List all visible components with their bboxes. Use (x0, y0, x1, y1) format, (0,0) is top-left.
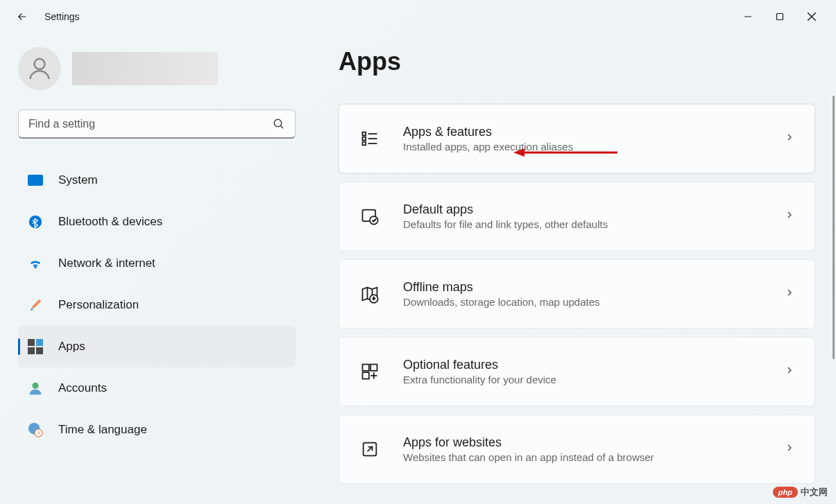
search-input[interactable] (28, 118, 273, 130)
paintbrush-icon (26, 296, 44, 314)
link-square-icon (359, 438, 381, 460)
sidebar-item-bluetooth[interactable]: Bluetooth & devices (18, 201, 296, 243)
svg-point-5 (274, 119, 282, 127)
nav-list: System Bluetooth & devices Network & int… (18, 159, 296, 451)
profile-section[interactable] (18, 47, 305, 90)
svg-rect-10 (36, 339, 43, 346)
svg-rect-17 (363, 137, 366, 141)
sidebar-item-label: Bluetooth & devices (58, 215, 162, 229)
wifi-icon (26, 254, 44, 272)
card-desc: Downloads, storage location, map updates (403, 296, 784, 308)
svg-rect-26 (370, 365, 377, 371)
maximize-icon (776, 12, 784, 21)
card-optional-features[interactable]: Optional features Extra functionality fo… (339, 337, 815, 406)
chevron-right-icon (784, 442, 795, 456)
card-title: Apps & features (403, 125, 784, 139)
avatar (18, 47, 61, 90)
svg-point-13 (32, 383, 38, 389)
person-icon (26, 55, 53, 82)
sidebar-item-label: Network & internet (58, 257, 155, 270)
window-controls (732, 6, 828, 28)
svg-rect-27 (363, 372, 369, 379)
apps-icon (26, 338, 44, 356)
close-icon (807, 12, 817, 21)
card-desc: Extra functionality for your device (403, 374, 784, 385)
titlebar: Settings (0, 0, 836, 33)
watermark-badge: php (773, 487, 798, 498)
sidebar-item-personalization[interactable]: Personalization (18, 284, 296, 326)
sidebar-item-time[interactable]: Time & language (18, 409, 296, 451)
map-download-icon (359, 283, 381, 305)
svg-rect-7 (28, 175, 43, 186)
svg-rect-18 (363, 142, 366, 146)
minimize-icon (744, 12, 752, 21)
chevron-right-icon (784, 209, 795, 223)
settings-cards: Apps & features Installed apps, app exec… (339, 104, 815, 484)
close-button[interactable] (796, 6, 828, 28)
card-apps-websites[interactable]: Apps for websites Websites that can open… (339, 415, 815, 484)
search-icon (273, 118, 285, 130)
sidebar-item-network[interactable]: Network & internet (18, 243, 296, 284)
card-title: Default apps (403, 202, 784, 217)
sidebar-item-label: Time & language (58, 423, 147, 437)
main-scrollbar[interactable] (833, 96, 835, 359)
sidebar: System Bluetooth & devices Network & int… (0, 33, 305, 504)
back-button[interactable] (8, 3, 36, 31)
bluetooth-icon (26, 213, 44, 231)
card-desc: Websites that can open in an app instead… (403, 451, 784, 463)
card-offline-maps[interactable]: Offline maps Downloads, storage location… (339, 259, 815, 329)
watermark-text: 中文网 (801, 486, 828, 498)
svg-rect-25 (363, 365, 369, 371)
profile-name-redacted (72, 52, 218, 85)
card-title: Apps for websites (403, 435, 784, 450)
sidebar-item-label: System (58, 173, 98, 187)
card-desc: Defaults for file and link types, other … (403, 218, 784, 230)
person-icon (26, 379, 44, 397)
chevron-right-icon (784, 287, 795, 301)
svg-rect-12 (36, 347, 43, 354)
svg-rect-1 (777, 14, 783, 20)
watermark: php 中文网 (773, 486, 828, 498)
svg-point-4 (35, 59, 45, 69)
main-content: Apps Apps & features Installed apps, app… (305, 33, 836, 504)
list-icon (359, 128, 381, 150)
sidebar-item-label: Accounts (58, 381, 107, 395)
card-desc: Installed apps, app execution aliases (403, 141, 784, 153)
page-title: Apps (339, 47, 815, 76)
monitor-icon (26, 171, 44, 189)
card-title: Optional features (403, 358, 784, 372)
chevron-right-icon (784, 365, 795, 379)
card-apps-features[interactable]: Apps & features Installed apps, app exec… (339, 104, 815, 173)
sidebar-item-label: Personalization (58, 298, 139, 312)
maximize-button[interactable] (764, 6, 796, 28)
sidebar-item-system[interactable]: System (18, 159, 296, 201)
default-check-icon (359, 205, 381, 227)
app-title: Settings (44, 11, 80, 22)
svg-rect-9 (28, 339, 35, 346)
card-default-apps[interactable]: Default apps Defaults for file and link … (339, 182, 815, 251)
card-title: Offline maps (403, 280, 784, 295)
minimize-button[interactable] (732, 6, 764, 28)
svg-rect-16 (363, 132, 366, 136)
sidebar-item-label: Apps (58, 340, 85, 354)
svg-line-6 (280, 125, 283, 128)
svg-rect-11 (28, 347, 35, 354)
search-box[interactable] (18, 110, 296, 139)
chevron-right-icon (784, 132, 795, 146)
sidebar-item-accounts[interactable]: Accounts (18, 367, 296, 409)
sidebar-item-apps[interactable]: Apps (18, 326, 296, 367)
add-square-icon (359, 360, 381, 383)
arrow-left-icon (16, 10, 28, 23)
globe-clock-icon (26, 421, 44, 439)
